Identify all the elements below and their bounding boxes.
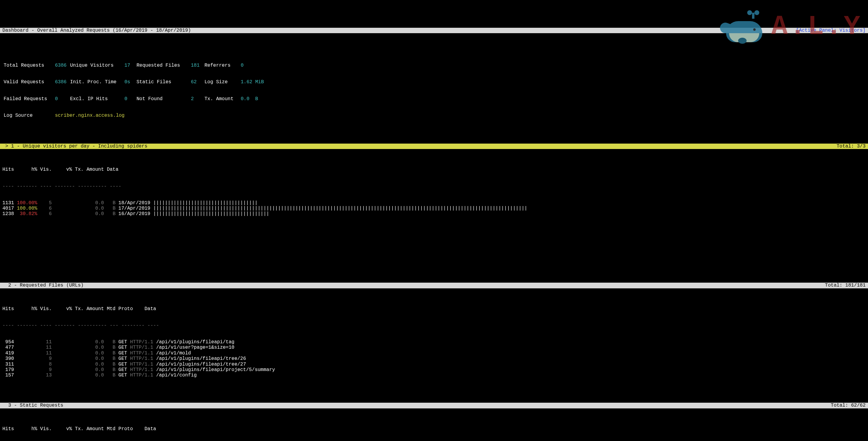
summary-value: 2 — [191, 96, 205, 102]
panel-total: Total: 3/3 — [837, 144, 866, 149]
panel-static-content: Hits h% Vis. v% Tx. Amount Mtd Proto Dat… — [0, 414, 868, 441]
panel-static-header[interactable]: 3 - Static Requests Total: 62/62 — [0, 403, 868, 408]
summary-label: Unique Visitors — [70, 63, 124, 68]
whale-icon — [720, 9, 768, 45]
panel-requests-content: Hits h% Vis. v% Tx. Amount Mtd Proto Dat… — [0, 294, 868, 386]
table-divider: ---- ------- ---- ------- ---------- ---… — [0, 184, 868, 189]
summary-row-4: Log Sourcescriber.nginx.access.log — [4, 113, 864, 118]
panel-visitors-header[interactable]: > 1 - Unique visitors per day - Includin… — [0, 144, 868, 149]
table-row[interactable]: 419 11 0.0 B GET HTTP/1.1 /api/v1/mold — [0, 350, 868, 356]
table-row[interactable]: 179 9 0.0 B GET HTTP/1.1 /api/v1/plugins… — [0, 367, 868, 373]
summary-label: Log Source — [4, 113, 55, 118]
summary-value: 62 — [191, 79, 205, 85]
table-head: Hits h% Vis. v% Tx. Amount Mtd Proto Dat… — [0, 426, 868, 432]
summary-label: Log Size — [205, 79, 241, 85]
summary-label: Requested Files — [136, 63, 191, 68]
watermark-text: A.L.Y — [771, 11, 862, 43]
table-row[interactable]: 954 11 0.0 B GET HTTP/1.1 /api/v1/plugin… — [0, 339, 868, 345]
summary-label: Not Found — [136, 96, 191, 102]
table-row[interactable]: 157 13 0.0 B GET HTTP/1.1 /api/v1/config — [0, 373, 868, 378]
panel-title: 3 - Static Requests — [2, 403, 63, 408]
table-row[interactable]: 477 11 0.0 B GET HTTP/1.1 /api/v1/user?p… — [0, 345, 868, 350]
table-row[interactable]: 4017 100.00% 6 0.0 B 17/Apr/2019 |||||||… — [0, 206, 868, 211]
watermark: A.L.Y — [720, 9, 862, 45]
summary-row-3: Failed Requests0 Excl. IP Hits0 Not Foun… — [4, 96, 864, 102]
panel-requests-header[interactable]: 2 - Requested Files (URLs) Total: 181/18… — [0, 283, 868, 288]
panel-visitors-content: Hits h% Vis. v% Tx. Amount Data ---- ---… — [0, 155, 868, 266]
table-row[interactable]: 1131 100.00% 5 0.0 B 18/Apr/2019 |||||||… — [0, 200, 868, 206]
summary-value: 0s — [124, 79, 136, 85]
summary-value: 6386 — [55, 79, 70, 85]
summary-label: Tx. Amount — [205, 96, 241, 102]
summary-label: Static Files — [136, 79, 191, 85]
panel-total: Total: 181/181 — [825, 283, 866, 288]
summary-value: 0 — [241, 63, 244, 68]
table-head: Hits h% Vis. v% Tx. Amount Data — [0, 167, 868, 172]
dashboard-title: Dashboard - Overall Analyzed Requests (1… — [2, 28, 191, 33]
summary-row-2: Valid Requests6386 Init. Proc. Time0s St… — [4, 79, 864, 85]
summary-label: Valid Requests — [4, 79, 55, 85]
summary-value: 17 — [124, 63, 136, 68]
summary-label: Referrers — [205, 63, 241, 68]
summary-block: Total Requests6386 Unique Visitors17 Req… — [0, 50, 868, 127]
summary-row-1: Total Requests6386 Unique Visitors17 Req… — [4, 63, 864, 68]
summary-value: 0 — [124, 96, 136, 102]
summary-label: Total Requests — [4, 63, 55, 68]
summary-value: 1.62 MiB — [241, 79, 264, 85]
summary-label: Failed Requests — [4, 96, 55, 102]
summary-value: 0 — [55, 96, 70, 102]
summary-value: 181 — [191, 63, 205, 68]
table-head: Hits h% Vis. v% Tx. Amount Mtd Proto Dat… — [0, 306, 868, 312]
summary-label: Excl. IP Hits — [70, 96, 124, 102]
panel-title: > 1 - Unique visitors per day - Includin… — [2, 144, 147, 149]
active-panel-label: [Active Panel: Visitors] — [796, 28, 866, 33]
panel-title: 2 - Requested Files (URLs) — [2, 283, 84, 288]
summary-value: 0.0 B — [241, 96, 258, 102]
table-row[interactable]: 1238 30.82% 6 0.0 B 16/Apr/2019 ||||||||… — [0, 211, 868, 216]
table-row[interactable]: 311 8 0.0 B GET HTTP/1.1 /api/v1/plugins… — [0, 362, 868, 367]
dashboard-header-bar: Dashboard - Overall Analyzed Requests (1… — [0, 28, 868, 33]
summary-label: Init. Proc. Time — [70, 79, 124, 85]
table-divider: ---- ------- ---- ------- ---------- ---… — [0, 323, 868, 328]
table-row[interactable]: 390 9 0.0 B GET HTTP/1.1 /api/v1/plugins… — [0, 356, 868, 361]
summary-value: 6386 — [55, 63, 70, 68]
log-source-value: scriber.nginx.access.log — [55, 113, 124, 118]
panel-total: Total: 62/62 — [831, 403, 866, 408]
